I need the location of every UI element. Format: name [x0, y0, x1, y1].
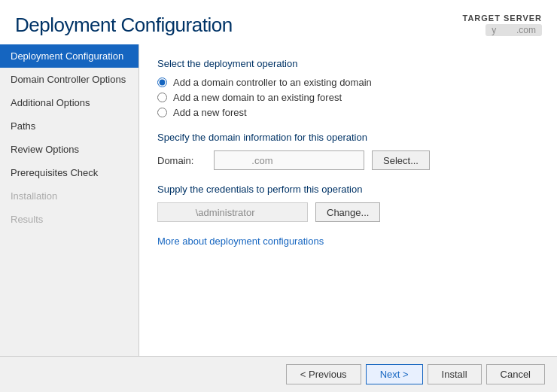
sidebar: Deployment ConfigurationDomain Controlle… [0, 44, 139, 356]
sidebar-item-deployment-configuration[interactable]: Deployment Configuration [0, 44, 138, 68]
cancel-button[interactable]: Cancel [486, 364, 545, 384]
radio-input-opt1[interactable] [157, 77, 167, 87]
next-button[interactable]: Next > [366, 364, 423, 384]
credentials-section: Supply the credentials to perform this o… [157, 184, 539, 222]
radio-label-opt1: Add a domain controller to an existing d… [173, 77, 372, 88]
deployment-operation-header: Select the deployment operation [157, 58, 539, 69]
footer: < Previous Next > Install Cancel [0, 356, 557, 392]
sidebar-item-results: Results [0, 208, 138, 231]
domain-input[interactable] [214, 150, 364, 170]
domain-row: Domain: Select... [157, 150, 539, 170]
domain-section-header: Specify the domain information for this … [157, 132, 539, 143]
target-server-label: TARGET SERVER [463, 14, 543, 23]
domain-label: Domain: [157, 155, 206, 166]
radio-input-opt3[interactable] [157, 108, 167, 117]
sidebar-item-domain-controller-options[interactable]: Domain Controller Options [0, 68, 138, 91]
change-button[interactable]: Change... [315, 202, 380, 222]
sidebar-item-installation: Installation [0, 184, 138, 208]
target-server-value: y .com [485, 24, 542, 36]
domain-section: Specify the domain information for this … [157, 132, 539, 170]
sidebar-item-review-options[interactable]: Review Options [0, 138, 138, 161]
credentials-value: \administrator [157, 202, 308, 222]
radio-option-opt3[interactable]: Add a new forest [157, 107, 539, 118]
more-link[interactable]: More about deployment configurations [157, 236, 324, 247]
sidebar-item-additional-options[interactable]: Additional Options [0, 91, 138, 114]
radio-option-opt2[interactable]: Add a new domain to an existing forest [157, 92, 539, 103]
radio-label-opt2: Add a new domain to an existing forest [173, 92, 342, 103]
credentials-row: \administrator Change... [157, 202, 539, 222]
select-button[interactable]: Select... [372, 150, 430, 170]
sidebar-item-prerequisites-check[interactable]: Prerequisites Check [0, 161, 138, 184]
content-area: Select the deployment operation Add a do… [139, 44, 557, 356]
radio-input-opt2[interactable] [157, 93, 167, 102]
radio-option-opt1[interactable]: Add a domain controller to an existing d… [157, 77, 539, 88]
install-button[interactable]: Install [428, 364, 482, 384]
radio-group: Add a domain controller to an existing d… [157, 77, 539, 118]
sidebar-item-paths[interactable]: Paths [0, 114, 138, 138]
page-header: Deployment Configuration TARGET SERVER y… [0, 0, 557, 44]
target-server-block: TARGET SERVER y .com [463, 14, 543, 36]
page-title: Deployment Configuration [15, 14, 233, 37]
previous-button[interactable]: < Previous [286, 364, 361, 384]
credentials-section-header: Supply the credentials to perform this o… [157, 184, 539, 195]
radio-label-opt3: Add a new forest [173, 107, 247, 118]
main-content: Deployment ConfigurationDomain Controlle… [0, 44, 557, 356]
